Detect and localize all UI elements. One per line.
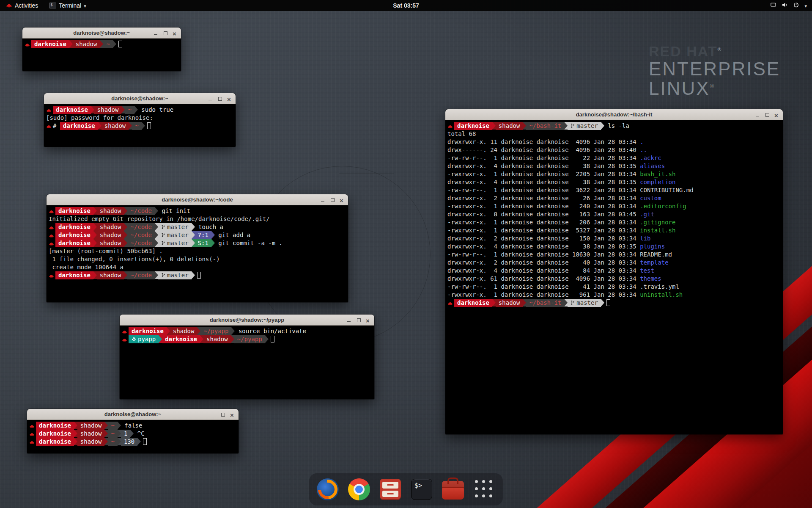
chrome-icon[interactable] [347,478,371,501]
powerline-arrow-icon [118,422,121,429]
powerline-arrow-icon [124,231,127,239]
powerline-arrow-icon [91,106,94,113]
output-text: .ackrc [640,155,661,161]
command-text: git commit -a -m . [215,240,283,246]
output-line: -rwxrwxr-x. 1 darknoise darknoise 961 Ja… [447,291,781,299]
app-menu-label: Terminal [59,2,81,9]
minimize-button[interactable] [208,97,212,101]
toolbox-icon[interactable] [441,478,465,501]
titlebar[interactable]: darknoise@shadow:~/pyapp [120,315,374,326]
chevron-down-icon[interactable] [804,2,807,9]
segment-user: darknoise [454,122,492,130]
powerline-arrow-icon [74,438,77,445]
titlebar[interactable]: darknoise@shadow:~ [27,409,239,420]
terminal-content[interactable]: darknoiseshadow~/code git initInitialize… [47,205,348,302]
output-line: -rw-rw-r--. 1 darknoise darknoise 22 Jan… [447,154,781,162]
output-line: drwx------. 24 darknoise darknoise 4096 … [447,146,781,154]
output-line: create mode 100644 a [49,263,346,271]
segment-path: ~ [103,40,112,48]
terminal-cursor [606,299,610,306]
terminal-content[interactable]: darknoiseshadow~ sudo true[sudo] passwor… [44,104,236,147]
minimize-button[interactable] [321,198,325,202]
segment-user: darknoise [454,299,492,307]
close-button[interactable] [340,198,344,202]
registered-mark: ® [710,83,716,89]
command-text: sudo true [138,106,173,113]
redhat-prompt-icon [46,106,53,114]
app-menu-terminal[interactable]: Terminal [47,0,88,11]
output-text: drwxrwxr-x. 2 darknoise darknoise 150 Ja… [447,235,640,242]
redhat-prompt-icon [49,271,55,279]
root-indicator: # [53,122,60,129]
titlebar[interactable]: darknoise@shadow:~ [44,93,236,104]
files-icon[interactable] [379,478,402,501]
titlebar[interactable]: darknoise@shadow:~/bash-it [445,109,783,120]
volume-icon[interactable] [782,2,788,9]
maximize-button[interactable] [357,318,361,322]
output-line: drwxrwxr-x. 2 darknoise darknoise 150 Ja… [447,235,781,243]
window-title: darknoise@shadow:~ [73,30,130,36]
activities-button[interactable]: Activities [3,0,41,11]
powerline-arrow-icon [192,271,195,279]
titlebar[interactable]: darknoise@shadow:~/code [47,194,348,205]
window-title: darknoise@shadow:~ [104,411,161,417]
output-line: -rw-rw-r--. 1 darknoise darknoise 18630 … [447,251,781,259]
segment-path: ~/code [127,207,155,215]
minimize-button[interactable] [211,412,215,417]
prompt-line: darknoiseshadow~1 ^C [29,430,236,438]
power-icon[interactable] [793,2,799,9]
terminal-window-home-1: darknoise@shadow:~ darknoiseshadow~ [22,28,181,71]
output-text: -rw-rw-r--. 1 darknoise darknoise 3622 J… [447,187,640,193]
powerline-arrow-icon [492,122,496,130]
redhat-prompt-icon [447,122,454,130]
output-text: completion [640,179,675,185]
maximize-button[interactable] [218,97,222,101]
close-button[interactable] [775,113,779,117]
maximize-button[interactable] [221,412,225,417]
output-text: .travis.yml [640,283,679,290]
segment-path: ~/bash-it [526,122,564,130]
terminal-content[interactable]: darknoiseshadow~ [22,39,181,71]
minimize-button[interactable] [347,318,351,322]
output-text: -rwxrwxr-x. 1 darknoise darknoise 961 Ja… [447,291,640,298]
maximize-button[interactable] [163,31,167,35]
minimize-button[interactable] [755,113,760,117]
segment-branch: master [568,299,601,307]
close-button[interactable] [228,97,232,101]
display-icon[interactable] [770,2,776,9]
output-line: Initialized empty Git repository in /hom… [49,215,346,223]
output-text: -rw-rw-r--. 1 darknoise darknoise 22 Jan… [447,155,640,161]
segment-user: darknoise [60,122,98,130]
terminal-cursor [271,336,274,342]
output-text: lib [640,235,650,242]
terminal-content[interactable]: darknoiseshadow~/bash-itmaster ls -latot… [445,120,783,434]
segment-host: shadow [77,422,105,430]
segment-path: ~ [125,106,134,114]
output-text: aliases [640,163,665,169]
maximize-button[interactable] [765,113,769,117]
powerline-arrow-icon [124,207,127,215]
terminal-window-bash-it: darknoise@shadow:~/bash-it darknoiseshad… [445,109,783,434]
output-text: .. [640,146,647,153]
prompt-line: darknoiseshadow~/bash-itmaster [447,299,781,307]
output-line: drwxrwxr-x. 4 darknoise darknoise 38 Jan… [447,162,781,170]
minimize-button[interactable] [154,31,158,35]
close-button[interactable] [366,318,370,322]
powerline-arrow-icon [167,327,170,335]
terminal-icon[interactable] [410,478,433,501]
close-button[interactable] [173,31,177,35]
maximize-button[interactable] [330,198,335,202]
terminal-content[interactable]: darknoiseshadow~/pyapp source bin/activa… [120,326,374,399]
firefox-icon[interactable] [316,478,340,501]
segment-user: darknoise [36,438,74,446]
segment-user: darknoise [55,271,93,279]
terminal-content[interactable]: darknoiseshadow~ falsedarknoiseshadow~1 … [27,420,239,453]
powerline-arrow-icon [104,430,108,437]
titlebar[interactable]: darknoise@shadow:~ [22,28,181,39]
output-text: drwxrwxr-x. 11 darknoise darknoise 4096 … [447,138,640,145]
terminal-window-pyapp: darknoise@shadow:~/pyapp darknoiseshadow… [120,315,374,399]
show-applications-icon[interactable] [472,478,496,501]
clock[interactable]: Sat 03:57 [393,2,419,9]
output-line: -rwxrwxr-x. 1 darknoise darknoise 5327 J… [447,226,781,235]
close-button[interactable] [230,412,235,417]
